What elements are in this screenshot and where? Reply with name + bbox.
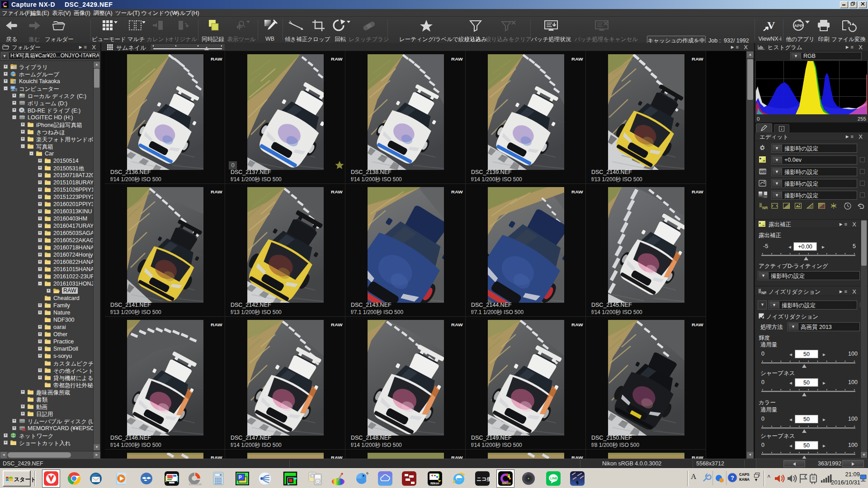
svg-text:PHOTOSCAPE: PHOTOSCAPE: [189, 483, 202, 486]
svg-text:Nikon: Nikon: [430, 482, 439, 485]
svg-text:NR: NR: [762, 206, 768, 210]
svg-text:ニコ生: ニコ生: [476, 476, 490, 482]
svg-text:Nikon: Nikon: [502, 482, 510, 485]
svg-text:NR: NR: [761, 291, 766, 295]
svg-text:?: ?: [731, 474, 734, 481]
svg-text:WB: WB: [760, 169, 766, 174]
svg-text:P: P: [239, 475, 242, 480]
svg-text:LINE: LINE: [550, 477, 557, 480]
